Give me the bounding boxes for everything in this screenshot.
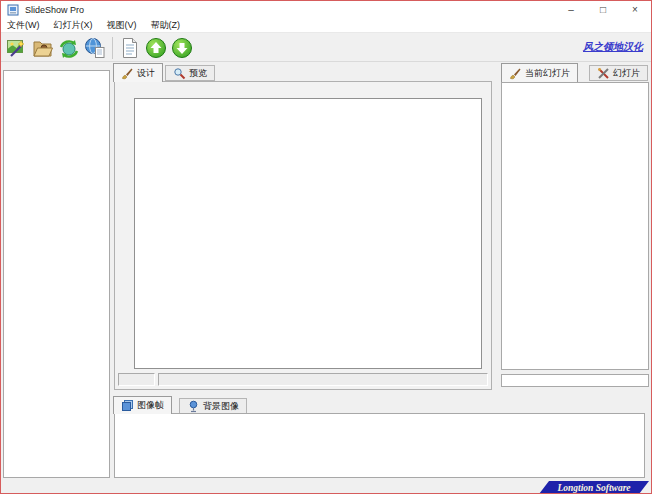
minimize-button[interactable]: – [555,1,587,19]
paintbrush-icon [121,67,134,80]
globe-refresh-icon [58,37,80,59]
window-title: SlideShow Pro [25,5,84,15]
magnifier-icon [173,67,186,80]
tab-slides-label: 幻灯片 [613,67,640,80]
tab-current-slide[interactable]: 当前幻灯片 [501,63,578,82]
preview-document-button[interactable] [117,35,143,61]
menu-file[interactable]: 文件(W) [7,19,40,32]
longtion-badge[interactable]: Longtion Software [539,481,649,494]
current-slide-panel[interactable] [501,82,649,370]
tab-current-slide-label: 当前幻灯片 [525,67,570,80]
slideshow-pro-window: SlideShow Pro – □ × 文件(W) 幻灯片(X) 视图(V) 帮… [0,0,652,494]
tab-slides[interactable]: 幻灯片 [589,65,648,81]
tab-preview[interactable]: 预览 [165,65,215,81]
longtion-badge-label: Longtion Software [557,483,630,493]
image-frames-list[interactable] [114,413,645,478]
tab-design-label: 设计 [137,67,155,80]
app-icon [7,4,19,16]
green-down-arrow-icon [171,37,193,59]
globe-page-icon [84,37,106,59]
slide-list[interactable] [3,70,110,478]
window-controls: – □ × [555,1,651,19]
menu-view[interactable]: 视图(V) [107,19,137,32]
tab-background-image[interactable]: 背景图像 [179,398,247,414]
export-web-button[interactable] [82,35,108,61]
close-button[interactable]: × [619,1,651,19]
title-bar: SlideShow Pro – □ × [1,1,651,19]
toolbar-separator [112,37,113,59]
open-folder-icon [32,37,54,59]
design-canvas[interactable] [134,98,482,369]
green-up-arrow-icon [145,37,167,59]
status-cell-right [158,373,488,386]
menu-bar: 文件(W) 幻灯片(X) 视图(V) 帮助(Z) [1,19,651,33]
design-panel [114,81,492,390]
move-up-button[interactable] [143,35,169,61]
tab-background-image-label: 背景图像 [203,400,239,413]
move-down-button[interactable] [169,35,195,61]
document-icon [119,37,141,59]
paintbrush-icon [509,67,522,80]
background-image-icon [187,400,200,413]
current-slide-footer [501,374,649,387]
tab-preview-label: 预览 [189,67,207,80]
status-cell-left [118,373,155,386]
image-frames-icon [121,399,134,412]
open-project-button[interactable] [30,35,56,61]
image-wand-icon [6,37,28,59]
tab-image-frames-label: 图像帧 [137,399,164,412]
tools-icon [597,67,610,80]
maximize-button[interactable]: □ [587,1,619,19]
publish-slideshow-button[interactable] [56,35,82,61]
menu-slideshow[interactable]: 幻灯片(X) [54,19,93,32]
translator-credit-link[interactable]: 风之领地汉化 [583,40,643,54]
toolbar: 风之领地汉化 [1,34,651,62]
new-slideshow-button[interactable] [4,35,30,61]
menu-help[interactable]: 帮助(Z) [151,19,181,32]
tab-image-frames[interactable]: 图像帧 [113,396,172,414]
tab-design[interactable]: 设计 [113,63,163,82]
